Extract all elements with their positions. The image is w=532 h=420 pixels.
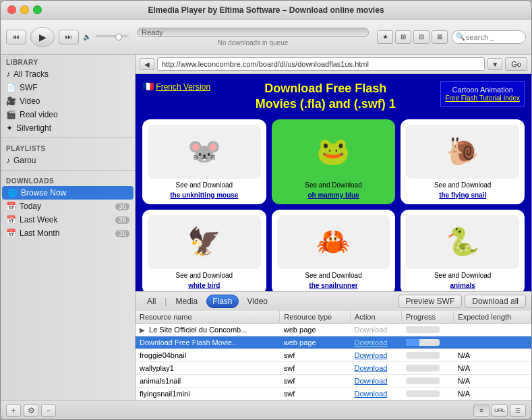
flash-link-1[interactable]: oh mammy blue — [307, 191, 359, 199]
forward-button[interactable]: ⏭ — [59, 30, 79, 44]
row-action[interactable]: Download — [351, 336, 402, 349]
filter-video[interactable]: Video — [241, 295, 274, 308]
row-length: N/A — [454, 375, 531, 388]
sidebar-label-silverlight: Silverlight — [16, 123, 51, 133]
flash-item-1: 🐸 See and Download oh mammy blue — [272, 119, 396, 204]
download-link[interactable]: Download — [355, 364, 388, 372]
table-row: animals1nail swf Download N/A — [136, 375, 531, 388]
french-link-text[interactable]: French Version — [156, 82, 210, 92]
url-menu-button[interactable]: ▼ — [487, 58, 502, 70]
sidebar-divider-1 — [1, 138, 135, 138]
back-button[interactable]: ◀ — [140, 58, 154, 70]
toolbar: ⏮ ▶ ⏭ 🔈 Ready No downloads in queue ★ ⊞ … — [1, 20, 531, 55]
col-resource-type: Resource type — [280, 311, 351, 324]
url-controls: ▼ — [487, 58, 502, 70]
sidebar-item-video[interactable]: 🎥 Video — [1, 94, 135, 108]
sidebar-item-browse-now[interactable]: 🌐 Browse Now — [2, 186, 134, 200]
row-length: N/A — [454, 388, 531, 400]
flash-thumb-5: 🐍 — [406, 215, 519, 269]
row-name: animals1nail — [136, 375, 280, 388]
filter-flash[interactable]: Flash — [206, 295, 238, 308]
maximize-button[interactable] — [33, 5, 42, 14]
sidebar-label-today: Today — [20, 202, 41, 211]
view-list-button[interactable]: ≡ — [473, 404, 490, 417]
arrow-icon: ▶ — [140, 326, 145, 334]
today-icon: 📅 — [6, 202, 16, 211]
view-detail-button[interactable]: ☰ — [510, 404, 526, 417]
flash-link-3[interactable]: white bird — [188, 282, 220, 289]
silverlight-icon: ✦ — [6, 123, 13, 133]
last-month-badge: 36 — [115, 230, 129, 237]
sidebar-item-all-tracks[interactable]: ♪ All Tracks — [1, 67, 135, 81]
go-button[interactable]: Go — [505, 57, 527, 71]
settings-button[interactable]: ⚙ — [24, 404, 38, 417]
progress-area: Ready No downloads in queue — [133, 28, 373, 47]
flash-link-4[interactable]: the snailrunner — [309, 282, 357, 289]
playlists-header: PLAYLISTS — [1, 141, 135, 154]
sidebar-label-swf: SWF — [20, 83, 38, 92]
download-table: Resource name Resource type Action Progr… — [136, 311, 531, 400]
row-name: wallyplay1 — [136, 362, 280, 375]
sidebar-item-realvideo[interactable]: 🎬 Real video — [1, 108, 135, 121]
row-name: Download Free Flash Movie... — [136, 336, 280, 349]
sidebar-item-last-month[interactable]: 📅 Last Month 36 — [1, 227, 135, 240]
flash-link-5[interactable]: animals — [450, 282, 475, 289]
french-version-link[interactable]: 🇫🇷 French Version — [142, 81, 210, 92]
web-title: Download Free Flash Movies (.fla) and (.… — [210, 81, 440, 113]
add-button[interactable]: + — [6, 404, 21, 417]
filter-media[interactable]: Media — [169, 295, 204, 308]
volume-thumb[interactable] — [115, 34, 122, 40]
downloads-header: DOWNLOADS — [1, 173, 135, 186]
action-btn-3[interactable]: ⊠ — [432, 30, 448, 44]
row-type: swf — [280, 349, 351, 362]
table-row: Download Free Flash Movie... web page Do… — [136, 336, 531, 349]
flash-thumb-2: 🐌 — [406, 125, 519, 179]
bookmark-button[interactable]: ★ — [377, 30, 393, 44]
sidebar-item-today[interactable]: 📅 Today 36 — [1, 200, 135, 213]
minimize-button[interactable] — [20, 5, 29, 14]
sidebar-item-silverlight[interactable]: ✦ Silverlight — [1, 121, 135, 135]
flash-caption-0: See and Download — [176, 181, 233, 189]
view-url-button[interactable]: URL — [492, 404, 508, 417]
browse-now-icon: 🌐 — [7, 188, 18, 198]
download-link[interactable]: Download — [355, 338, 388, 347]
window-controls — [7, 5, 42, 14]
filter-all[interactable]: All — [141, 295, 162, 308]
flash-item-2: 🐌 See and Download the flying snail — [401, 119, 525, 204]
row-progress — [402, 349, 454, 362]
action-btn-2[interactable]: ⊟ — [413, 30, 430, 44]
row-action[interactable]: Download — [351, 362, 402, 375]
search-icon: 🔍 — [456, 32, 465, 41]
main-window: Elmedia Player by Eltima Software – Down… — [0, 0, 532, 420]
action-btn-1[interactable]: ⊞ — [395, 30, 411, 44]
rewind-button[interactable]: ⏮ — [6, 30, 26, 44]
preview-swf-button[interactable]: Preview SWF — [398, 295, 463, 308]
titlebar: Elmedia Player by Eltima Software – Down… — [1, 1, 531, 20]
download-all-button[interactable]: Download all — [465, 295, 526, 308]
bottom-right: ≡ URL ☰ — [473, 404, 526, 417]
sidebar-item-garou[interactable]: ♪ Garou — [1, 154, 135, 167]
url-bar[interactable] — [157, 57, 485, 71]
download-link[interactable]: Download — [355, 390, 388, 398]
flash-link-0[interactable]: the unknitting mouse — [170, 191, 238, 199]
sidebar-item-swf[interactable]: 📄 SWF — [1, 81, 135, 94]
row-action[interactable]: Download — [351, 388, 402, 400]
download-link[interactable]: Download — [355, 377, 388, 385]
row-progress — [402, 336, 454, 349]
flash-link-2[interactable]: the flying snail — [439, 191, 486, 199]
progress-label: Ready — [142, 28, 163, 36]
sidebar-item-last-week[interactable]: 📅 Last Week 36 — [1, 213, 135, 227]
remove-button[interactable]: − — [41, 404, 56, 417]
close-button[interactable] — [7, 5, 16, 14]
volume-slider[interactable] — [95, 35, 129, 39]
download-link[interactable]: Download — [355, 351, 388, 359]
row-type: web page — [280, 336, 351, 349]
row-name: flyingsnail1mini — [136, 388, 280, 400]
progress-bar: Ready — [137, 28, 369, 37]
row-action[interactable]: Download — [351, 349, 402, 362]
row-action[interactable]: Download — [351, 375, 402, 388]
main-area: LIBRARY ♪ All Tracks 📄 SWF 🎥 Video 🎬 Rea… — [1, 55, 531, 400]
toolbar-actions: ★ ⊞ ⊟ ⊠ — [377, 30, 448, 44]
play-button[interactable]: ▶ — [30, 27, 55, 47]
cartoon-link[interactable]: Free Flash Tutorial Index — [445, 94, 520, 102]
